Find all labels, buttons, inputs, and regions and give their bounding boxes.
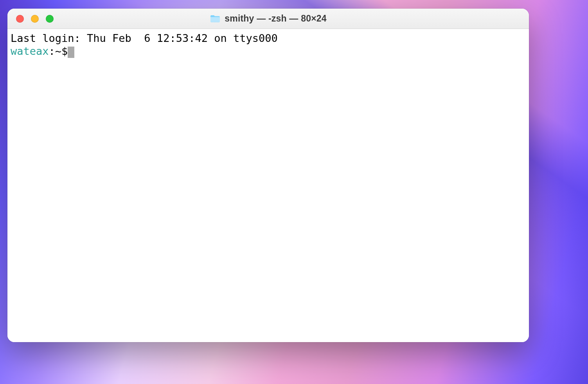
terminal-body[interactable]: Last login: Thu Feb 6 12:53:42 on ttys00…: [7, 29, 529, 342]
prompt-tail: :~$: [49, 45, 68, 57]
zoom-button[interactable]: [46, 15, 54, 23]
minimize-button[interactable]: [31, 15, 39, 23]
last-login-line: Last login: Thu Feb 6 12:53:42 on ttys00…: [11, 32, 278, 44]
folder-icon: [210, 14, 221, 23]
traffic-lights: [7, 15, 54, 23]
terminal-window: smithy — -zsh — 80×24 Last login: Thu Fe…: [7, 9, 529, 342]
titlebar[interactable]: smithy — -zsh — 80×24: [7, 9, 529, 29]
prompt-user: wateax: [11, 45, 49, 57]
close-button[interactable]: [16, 15, 24, 23]
terminal-cursor: [68, 47, 74, 58]
window-title-text: smithy — -zsh — 80×24: [225, 13, 327, 24]
window-title: smithy — -zsh — 80×24: [7, 13, 529, 24]
